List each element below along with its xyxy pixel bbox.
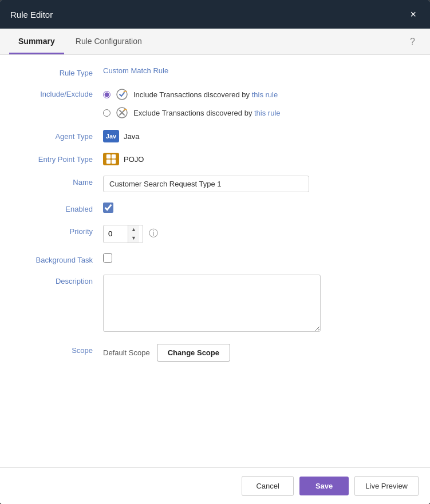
description-label: Description [11, 275, 103, 285]
exclude-icon [115, 106, 129, 120]
priority-arrows: ▲ ▼ [128, 225, 139, 243]
background-task-value [103, 253, 419, 264]
save-button[interactable]: Save [299, 477, 349, 495]
change-scope-button[interactable]: Change Scope [157, 344, 230, 362]
svg-rect-7 [112, 160, 116, 164]
close-button[interactable]: × [407, 8, 420, 21]
cancel-button[interactable]: Cancel [242, 476, 293, 496]
scope-label: Scope [11, 344, 103, 355]
priority-label: Priority [11, 225, 103, 236]
help-icon[interactable]: ? [404, 31, 421, 53]
priority-input[interactable] [104, 227, 128, 241]
scope-value: Default Scope Change Scope [103, 344, 419, 362]
name-label: Name [11, 176, 103, 186]
enabled-row: Enabled [0, 203, 430, 215]
rule-editor-dialog: Rule Editor × Summary Rule Configuration… [0, 0, 430, 504]
tabs-bar: Summary Rule Configuration ? [0, 29, 430, 55]
enabled-label: Enabled [11, 203, 103, 213]
enabled-checkbox[interactable] [103, 203, 113, 213]
priority-wrap: ▲ ▼ ⓘ [103, 225, 419, 243]
name-row: Name [0, 176, 430, 192]
svg-rect-6 [106, 160, 111, 164]
background-task-row: Background Task [0, 253, 430, 264]
entry-point-row: Entry Point Type POJO [0, 153, 430, 165]
name-input[interactable] [103, 176, 309, 192]
dialog-title: Rule Editor [10, 10, 53, 19]
background-task-checkbox[interactable] [103, 253, 112, 263]
svg-rect-4 [106, 154, 111, 158]
priority-row: Priority ▲ ▼ ⓘ [0, 225, 430, 243]
entry-point-label: Entry Point Type [11, 153, 103, 164]
priority-value: ▲ ▼ ⓘ [103, 225, 419, 243]
tab-summary[interactable]: Summary [9, 29, 64, 54]
exclude-radio-item: Exclude Transactions discovered by this … [103, 106, 419, 120]
tab-rule-configuration[interactable]: Rule Configuration [66, 29, 151, 54]
description-textarea[interactable] [103, 275, 321, 332]
scope-text: Default Scope [103, 348, 150, 357]
priority-input-wrap: ▲ ▼ [103, 225, 143, 243]
entry-point-name: POJO [124, 155, 144, 164]
title-bar: Rule Editor × [0, 0, 430, 29]
pojo-icon [103, 153, 119, 165]
include-exclude-row: Include/Exclude Include Tr [0, 88, 430, 120]
priority-down-button[interactable]: ▼ [128, 234, 139, 243]
radio-group: Include Transactions discovered by this … [103, 88, 419, 120]
include-text: Include Transactions discovered by this … [133, 90, 278, 99]
priority-info-icon[interactable]: ⓘ [149, 228, 158, 240]
exclude-text: Exclude Transactions discovered by this … [133, 109, 281, 117]
name-value [103, 176, 419, 192]
include-exclude-label: Include/Exclude [11, 88, 103, 98]
rule-type-value: Custom Match Rule [103, 66, 419, 75]
include-radio-item: Include Transactions discovered by this … [103, 88, 419, 101]
agent-name: Java [124, 132, 139, 141]
agent-badge: Jav [103, 130, 119, 142]
form-content: Rule Type Custom Match Rule Include/Excl… [0, 55, 430, 467]
live-preview-button[interactable]: Live Preview [354, 476, 419, 496]
footer: Cancel Save Live Preview [0, 467, 430, 504]
agent-type-row: Agent Type Jav Java [0, 130, 430, 142]
scope-wrap: Default Scope Change Scope [103, 344, 419, 362]
rule-type-label: Rule Type [11, 66, 103, 77]
agent-type-label: Agent Type [11, 130, 103, 141]
enabled-value [103, 203, 419, 215]
include-icon [115, 88, 129, 101]
description-value [103, 275, 419, 334]
rule-type-text: Custom Match Rule [103, 66, 168, 75]
description-row: Description [0, 275, 430, 334]
include-radio[interactable] [103, 91, 111, 98]
background-task-label: Background Task [11, 253, 103, 264]
entry-point-value: POJO [103, 153, 419, 165]
include-exclude-value: Include Transactions discovered by this … [103, 88, 419, 120]
scope-row: Scope Default Scope Change Scope [0, 344, 430, 362]
rule-type-row: Rule Type Custom Match Rule [0, 66, 430, 77]
agent-type-value: Jav Java [103, 130, 419, 142]
priority-up-button[interactable]: ▲ [128, 225, 139, 234]
svg-rect-5 [112, 154, 116, 158]
exclude-radio[interactable] [103, 109, 111, 117]
